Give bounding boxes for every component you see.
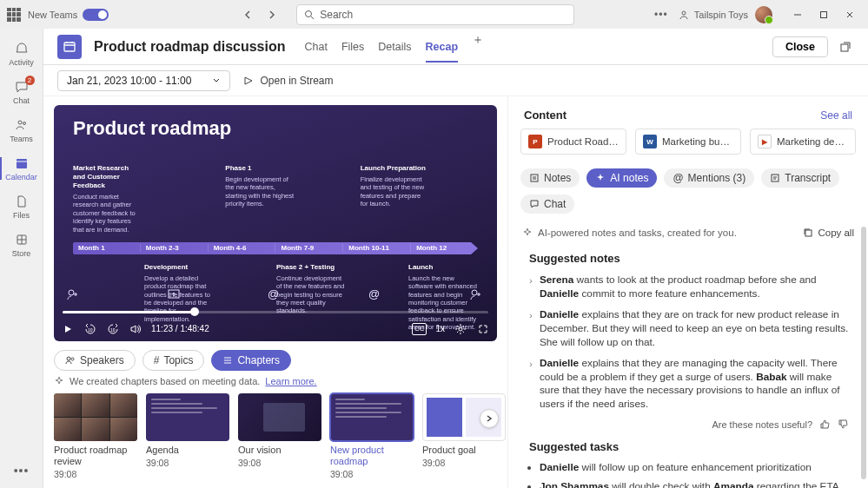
- chapters-hint: We created chapters based on meeting dat…: [54, 376, 497, 386]
- captions-button[interactable]: CC: [412, 323, 427, 335]
- chapter-card[interactable]: Agenda39:08: [146, 393, 229, 479]
- note-item[interactable]: ›Danielle explains that they are managin…: [529, 353, 851, 416]
- rail-label: Teams: [10, 135, 33, 143]
- people-icon: [65, 355, 76, 366]
- new-teams-label: New Teams: [28, 10, 77, 20]
- main-content: Product roadmap discussion Chat Files De…: [43, 29, 868, 488]
- content-panel: Content See all PProduct Roadmap... WMar…: [507, 96, 868, 488]
- video-time: 11:23 / 1:48:42: [151, 324, 209, 333]
- tab-files[interactable]: Files: [341, 32, 364, 62]
- chapter-card[interactable]: Product roadmap review39:08: [54, 393, 137, 479]
- task-item[interactable]: Jon Shammas will double check with Amand…: [540, 478, 847, 488]
- add-participant-icon[interactable]: [469, 287, 485, 303]
- window-close-button[interactable]: [838, 4, 861, 25]
- rail-store[interactable]: Store: [0, 227, 43, 263]
- svg-rect-18: [772, 175, 779, 181]
- add-tab-button[interactable]: ＋: [472, 32, 484, 62]
- video-controls: 10 10 11:23 / 1:48:42 CC 1x: [61, 322, 490, 336]
- toggle-switch-icon[interactable]: [83, 9, 109, 21]
- svg-point-9: [69, 290, 74, 295]
- rail-chat[interactable]: 2Chat: [0, 74, 43, 110]
- org-name: Tailspin Toys: [694, 10, 748, 20]
- suggested-notes-heading: Suggested notes: [508, 243, 868, 270]
- file-card[interactable]: PProduct Roadmap...: [520, 129, 626, 155]
- screen-share-icon[interactable]: [167, 287, 182, 303]
- feedback-row: Are these notes useful?: [508, 415, 868, 432]
- playback-speed-button[interactable]: 1x: [435, 322, 445, 336]
- rail-calendar[interactable]: Calendar: [0, 150, 43, 187]
- play-button[interactable]: [61, 322, 75, 336]
- transcript-pill[interactable]: Transcript: [761, 168, 839, 188]
- rail-label: Calendar: [5, 173, 37, 181]
- rail-activity[interactable]: Activity: [0, 36, 43, 72]
- skip-back-button[interactable]: 10: [83, 322, 97, 336]
- left-nav-rail: Activity 2Chat Teams Calendar Files Stor…: [0, 29, 43, 488]
- task-item[interactable]: Danielle will follow up on feature enhan…: [540, 458, 847, 478]
- thumbs-up-button[interactable]: [819, 419, 831, 430]
- more-options-button[interactable]: •••: [651, 9, 672, 21]
- mention-marker-icon[interactable]: @: [368, 287, 384, 303]
- file-card[interactable]: ▶Marketing demo...: [750, 129, 856, 155]
- mention-marker-icon[interactable]: @: [268, 287, 283, 303]
- window-maximize-button[interactable]: [812, 4, 835, 25]
- topics-chip[interactable]: #Topics: [142, 350, 205, 371]
- meeting-recap-icon: [57, 35, 82, 59]
- copy-all-button[interactable]: Copy all: [803, 228, 854, 238]
- open-external-button[interactable]: [837, 38, 854, 56]
- note-item[interactable]: ›Danielle explains that they are on trac…: [529, 305, 851, 353]
- see-all-link[interactable]: See all: [820, 109, 852, 122]
- tab-chat[interactable]: Chat: [304, 32, 327, 62]
- progress-handle[interactable]: [190, 307, 199, 316]
- tab-details[interactable]: Details: [378, 32, 411, 62]
- ai-notes-pill[interactable]: AI notes: [586, 168, 657, 188]
- svg-point-1: [682, 11, 686, 15]
- chapter-card[interactable]: Product goal39:08: [422, 393, 506, 479]
- rail-files[interactable]: Files: [0, 188, 43, 225]
- nav-back-button[interactable]: [237, 4, 258, 25]
- chat-pill[interactable]: Chat: [520, 195, 574, 214]
- chat-icon: [529, 199, 540, 209]
- nav-forward-button[interactable]: [262, 4, 282, 25]
- notes-pill[interactable]: Notes: [520, 168, 580, 188]
- rail-label: Files: [13, 211, 30, 220]
- rail-label: Store: [12, 249, 31, 258]
- fullscreen-button[interactable]: [476, 322, 490, 336]
- recording-player[interactable]: Product roadmap Market Research and Cust…: [54, 105, 497, 341]
- recording-column: Product roadmap Market Research and Cust…: [43, 96, 507, 488]
- new-teams-toggle[interactable]: New Teams: [28, 9, 109, 21]
- chapters-chip[interactable]: Chapters: [211, 350, 291, 371]
- close-button[interactable]: Close: [772, 36, 828, 57]
- learn-more-link[interactable]: Learn more.: [265, 376, 316, 386]
- open-in-stream-button[interactable]: Open in Stream: [242, 75, 333, 87]
- rail-more-button[interactable]: •••: [0, 464, 43, 478]
- window-minimize-button[interactable]: [786, 4, 809, 25]
- volume-button[interactable]: [129, 322, 142, 336]
- tab-recap[interactable]: Recap: [426, 32, 459, 62]
- note-item[interactable]: ›Serena wants to look at the product roa…: [529, 270, 851, 305]
- suggested-tasks-list: Danielle will follow up on feature enhan…: [508, 458, 868, 488]
- chapter-card[interactable]: Our vision39:08: [238, 393, 321, 479]
- file-card[interactable]: WMarketing budget...: [635, 129, 741, 155]
- content-tab-pills: Notes AI notes @Mentions (3) Transcript …: [508, 165, 868, 222]
- recording-date-selector[interactable]: Jan 21, 2023 10:00 - 11:00: [57, 70, 230, 91]
- add-participant-icon[interactable]: [66, 287, 82, 303]
- chapter-thumbnail: [146, 393, 229, 441]
- speakers-chip[interactable]: Speakers: [54, 350, 136, 371]
- rail-teams[interactable]: Teams: [0, 112, 43, 148]
- video-progress-bar[interactable]: [63, 311, 488, 313]
- page-title: Product roadmap discussion: [94, 39, 285, 55]
- search-input[interactable]: Search: [296, 4, 574, 25]
- skip-forward-button[interactable]: 10: [106, 322, 120, 336]
- chapters-next-button[interactable]: [480, 409, 499, 428]
- app-grid-icon[interactable]: [7, 8, 21, 22]
- scrollbar-thumb[interactable]: [861, 227, 866, 479]
- org-switcher[interactable]: Tailspin Toys: [679, 10, 748, 20]
- user-avatar[interactable]: [755, 6, 772, 23]
- svg-point-4: [23, 122, 25, 125]
- chapter-thumbnails: Product roadmap review39:08 Agenda39:08 …: [54, 393, 497, 479]
- rail-label: Chat: [13, 96, 30, 105]
- mentions-pill[interactable]: @Mentions (3): [664, 168, 754, 188]
- chapter-card[interactable]: New product roadmap39:08: [330, 393, 414, 479]
- settings-button[interactable]: [454, 322, 467, 336]
- thumbs-down-button[interactable]: [838, 419, 849, 430]
